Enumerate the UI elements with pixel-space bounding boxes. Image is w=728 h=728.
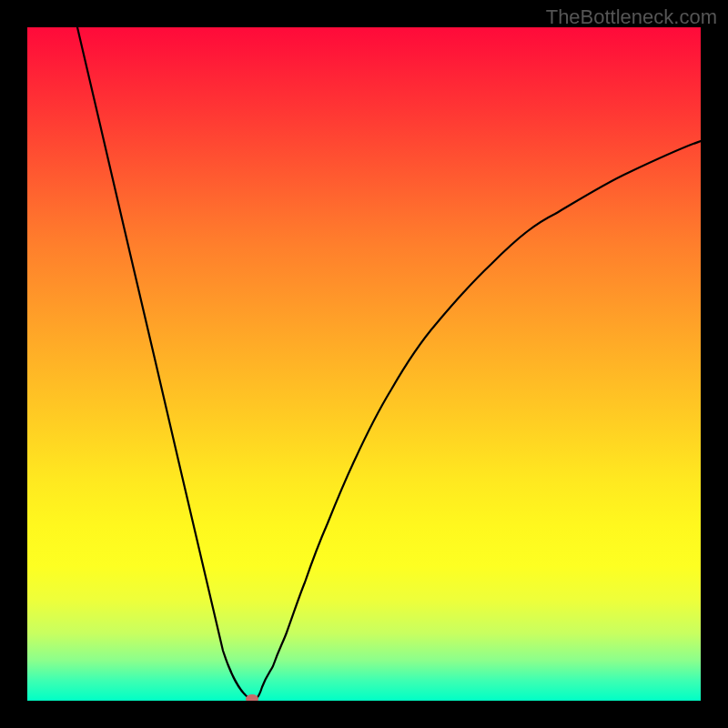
bottleneck-curve <box>77 27 701 701</box>
chart-container: TheBottleneck.com <box>0 0 728 728</box>
curve-layer <box>27 27 701 701</box>
watermark-text: TheBottleneck.com <box>546 5 717 29</box>
minimum-marker <box>246 694 258 701</box>
plot-area <box>27 27 701 701</box>
